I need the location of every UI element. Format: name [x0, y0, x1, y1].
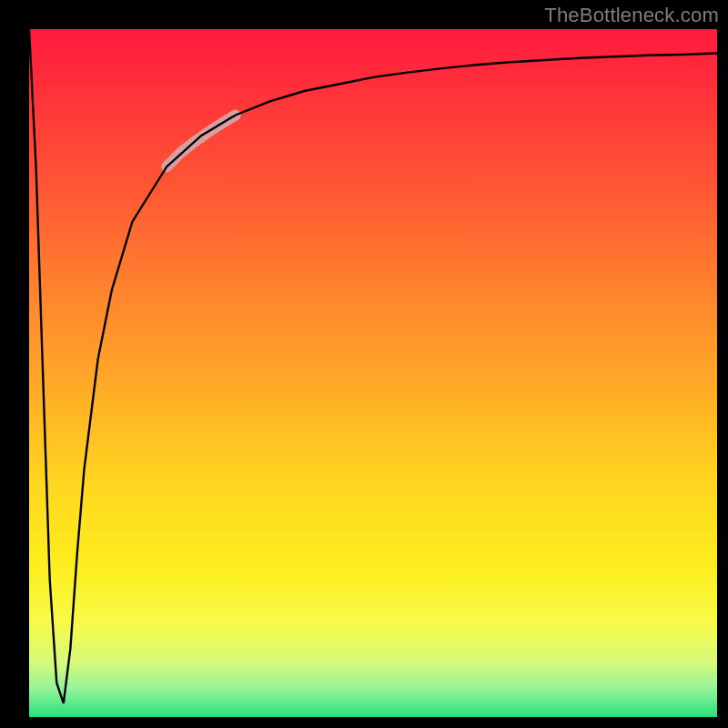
chart-stage: TheBottleneck.com	[0, 0, 728, 728]
bottleneck-curve	[29, 29, 717, 703]
watermark-text: TheBottleneck.com	[544, 4, 719, 27]
plot-area	[29, 29, 717, 717]
highlight-segment	[167, 116, 236, 167]
curve-svg	[29, 29, 717, 717]
